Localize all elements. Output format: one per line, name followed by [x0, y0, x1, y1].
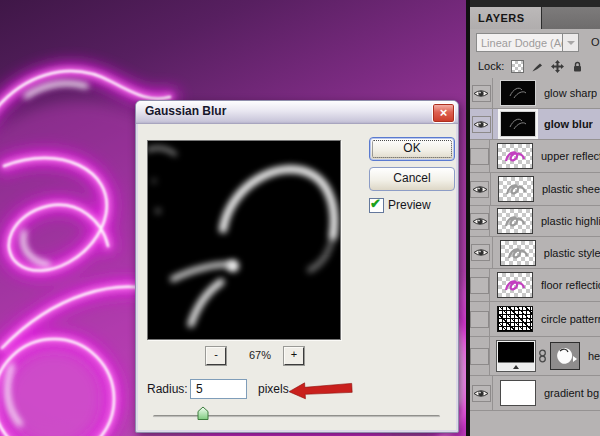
preview-artwork: [148, 141, 340, 339]
layer-row-floor-reflection[interactable]: floor reflection: [470, 269, 600, 302]
layer-thumbnail[interactable]: [497, 341, 535, 371]
lock-paint-icon[interactable]: [531, 60, 544, 73]
panel-tab-bar: LAYERS: [470, 7, 600, 29]
eye-icon: [473, 119, 489, 130]
visibility-toggle[interactable]: [470, 302, 490, 336]
dialog-title: Gaussian Blur: [145, 104, 226, 118]
layer-thumbnail[interactable]: [497, 306, 533, 332]
layer-name[interactable]: upper reflectio: [541, 150, 600, 162]
layer-row-gradient-bg[interactable]: gradient bg: [470, 376, 600, 411]
layer-name[interactable]: floor reflection: [541, 279, 600, 291]
radius-slider-thumb[interactable]: [197, 406, 209, 421]
layer-row-plastic-highligh[interactable]: plastic highligh: [470, 206, 600, 237]
link-icon: [538, 349, 547, 363]
preview-checkbox[interactable]: ✔: [369, 198, 384, 213]
layer-name[interactable]: gradient bg: [544, 387, 599, 399]
eye-icon: [473, 247, 489, 258]
visibility-toggle[interactable]: [470, 173, 491, 205]
layer-thumbnail[interactable]: [497, 143, 533, 169]
layer-name[interactable]: circle pattern o: [541, 313, 600, 325]
zoom-out-button[interactable]: -: [206, 347, 226, 365]
checkmark-icon: ✔: [370, 196, 381, 211]
visibility-toggle[interactable]: [470, 109, 493, 139]
layer-thumbnail[interactable]: [500, 240, 536, 266]
lock-label: Lock:: [478, 60, 504, 72]
cancel-button[interactable]: Cancel: [369, 167, 455, 191]
lock-transparency-icon[interactable]: [511, 60, 524, 73]
chevron-down-icon[interactable]: [562, 33, 579, 52]
layer-thumbnail[interactable]: [497, 272, 533, 298]
layer-row-circle-pattern-o[interactable]: circle pattern o: [470, 302, 600, 337]
layer-thumbnail[interactable]: [500, 380, 536, 406]
layer-thumbnail[interactable]: [497, 208, 533, 234]
layer-row-upper-reflectio[interactable]: upper reflectio: [470, 140, 600, 173]
layer-thumbnail[interactable]: [498, 176, 534, 202]
eye-icon: [472, 184, 488, 195]
visibility-toggle[interactable]: [470, 78, 493, 108]
visibility-toggle[interactable]: [470, 206, 490, 236]
annotation-arrow-icon: [288, 379, 355, 400]
visibility-toggle[interactable]: [470, 140, 490, 172]
eye-icon: [473, 388, 489, 399]
layer-name[interactable]: plastic highligh: [541, 215, 600, 227]
eye-icon: [473, 88, 489, 99]
layer-row-glow-blur[interactable]: glow blur: [470, 109, 600, 140]
lock-all-icon[interactable]: [571, 60, 584, 73]
eye-icon: [472, 216, 488, 227]
blend-mode-select[interactable]: Linear Dodge (Add): [476, 33, 562, 52]
dialog-titlebar[interactable]: Gaussian Blur ×: [136, 101, 458, 124]
tab-layers[interactable]: LAYERS: [470, 7, 542, 29]
visibility-toggle[interactable]: [470, 337, 490, 375]
radius-label: Radius:: [147, 382, 188, 396]
ok-button[interactable]: OK: [369, 137, 455, 161]
radius-input[interactable]: [190, 379, 247, 399]
close-icon[interactable]: ×: [432, 103, 455, 123]
layer-list: glow sharpglow blurupper reflectioplasti…: [470, 78, 600, 411]
layer-name[interactable]: plastic style: [544, 247, 600, 259]
layer-row-glow-sharp[interactable]: glow sharp: [470, 78, 600, 109]
layer-mask-thumbnail[interactable]: [550, 342, 580, 370]
gaussian-blur-dialog: Gaussian Blur × OK Can: [135, 100, 459, 433]
photoshop-workspace: Gaussian Blur × OK Can: [0, 0, 600, 436]
lock-move-icon[interactable]: [551, 60, 564, 73]
layer-name[interactable]: plastic sheen: [542, 183, 600, 195]
panel-top-strip: [470, 0, 600, 7]
layers-panel: LAYERS Linear Dodge (Add) O Lock:: [466, 0, 600, 436]
layer-thumbnail[interactable]: [500, 111, 536, 137]
layer-name[interactable]: glow blur: [544, 118, 593, 130]
visibility-toggle[interactable]: [470, 237, 493, 268]
layer-thumbnail[interactable]: [500, 80, 536, 106]
layer-name[interactable]: hea: [588, 350, 600, 362]
zoom-in-button[interactable]: +: [284, 347, 304, 365]
opacity-label-partial: O: [591, 36, 600, 48]
layer-row-plastic-sheen[interactable]: plastic sheen: [470, 173, 600, 206]
zoom-level: 67%: [232, 349, 288, 361]
preview-checkbox-label[interactable]: Preview: [388, 198, 431, 212]
radius-unit-label: pixels: [258, 382, 289, 396]
layer-name[interactable]: glow sharp: [544, 87, 597, 99]
visibility-toggle[interactable]: [470, 376, 493, 410]
visibility-toggle[interactable]: [470, 269, 490, 301]
layer-row-hea[interactable]: hea: [470, 337, 600, 376]
blur-preview-image[interactable]: [147, 140, 341, 340]
layer-row-plastic-style[interactable]: plastic style: [470, 237, 600, 269]
